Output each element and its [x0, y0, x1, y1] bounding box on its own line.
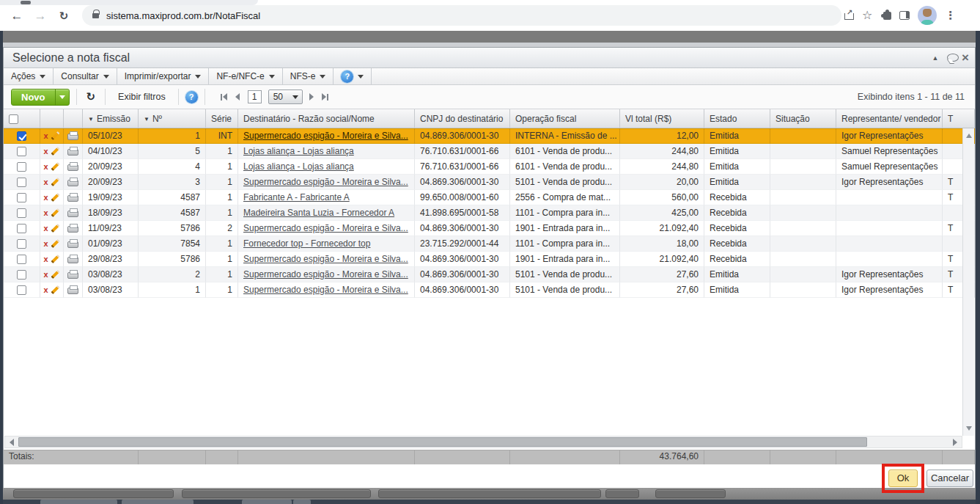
- edit-icon[interactable]: [51, 193, 59, 202]
- menu-help[interactable]: ?: [334, 68, 372, 84]
- column-header-vl_total[interactable]: Vl total (R$): [620, 109, 704, 128]
- row-checkbox[interactable]: [17, 239, 26, 249]
- edit-icon[interactable]: [51, 147, 59, 156]
- table-row[interactable]: x04/10/2351Lojas aliança - Lojas aliança…: [4, 144, 975, 159]
- row-checkbox[interactable]: [17, 131, 26, 141]
- select-all-checkbox[interactable]: [9, 114, 18, 124]
- delete-icon[interactable]: x: [43, 159, 50, 174]
- vertical-scrollbar[interactable]: [962, 128, 974, 436]
- destinatario-link[interactable]: Supermercado espigão - Moreira e Silva..…: [243, 254, 408, 264]
- scrollbar-thumb[interactable]: [18, 437, 867, 447]
- row-checkbox[interactable]: [17, 147, 26, 156]
- destinatario-link[interactable]: Supermercado espigão - Moreira e Silva..…: [243, 269, 408, 280]
- destinatario-link[interactable]: Supermercado espigão - Moreira e Silva..…: [243, 223, 408, 233]
- refresh-button[interactable]: ↻: [56, 8, 72, 24]
- share-icon[interactable]: [844, 11, 854, 20]
- scroll-left-icon[interactable]: [7, 438, 17, 447]
- delete-icon[interactable]: x: [43, 190, 50, 205]
- table-row[interactable]: x20/09/2331Supermercado espigão - Moreir…: [4, 175, 975, 190]
- delete-icon[interactable]: x: [43, 221, 50, 235]
- destinatario-link[interactable]: Lojas aliança - Lojas aliança: [243, 161, 354, 172]
- print-icon[interactable]: [67, 272, 78, 279]
- exibir-filtros-button[interactable]: Exibir filtros: [112, 92, 172, 102]
- delete-icon[interactable]: x: [43, 144, 50, 158]
- menu-item-4[interactable]: NFS-e: [283, 68, 334, 84]
- table-row[interactable]: x01/09/2378541Fornecedor top - Fornecedo…: [4, 236, 975, 252]
- menu-item-2[interactable]: Imprimir/exportar: [117, 68, 210, 84]
- delete-icon[interactable]: x: [43, 236, 50, 251]
- delete-icon[interactable]: x: [43, 205, 50, 220]
- comment-icon[interactable]: [947, 54, 959, 62]
- column-header-representante[interactable]: Representante/ vendedor: [836, 109, 943, 128]
- edit-icon[interactable]: [51, 208, 59, 217]
- destinatario-link[interactable]: Fabricante A - Fabricante A: [243, 192, 350, 202]
- column-header-serie[interactable]: Série: [206, 109, 238, 128]
- row-checkbox[interactable]: [17, 255, 26, 264]
- last-page-button[interactable]: [320, 93, 330, 101]
- close-icon[interactable]: ×: [962, 52, 969, 64]
- edit-icon[interactable]: [51, 255, 59, 263]
- collapse-icon[interactable]: ▲: [926, 54, 944, 62]
- destinatario-link[interactable]: Fornecedor top - Fornecedor top: [243, 238, 370, 249]
- column-header-t[interactable]: T: [943, 109, 975, 128]
- extensions-icon[interactable]: [883, 12, 891, 20]
- edit-icon[interactable]: [51, 224, 59, 233]
- menu-item-1[interactable]: Consultar: [54, 68, 117, 84]
- delete-icon[interactable]: x: [43, 175, 50, 189]
- table-row[interactable]: x03/08/2321Supermercado espigão - Moreir…: [4, 267, 975, 282]
- horizontal-scrollbar[interactable]: [4, 436, 962, 448]
- row-checkbox[interactable]: [17, 208, 26, 218]
- bookmark-star-icon[interactable]: ☆: [862, 10, 872, 21]
- browser-menu-icon[interactable]: ⋮: [945, 9, 956, 22]
- prev-page-button[interactable]: [234, 93, 241, 101]
- print-icon[interactable]: [67, 164, 78, 171]
- help-icon[interactable]: ?: [341, 70, 353, 83]
- column-header-estado[interactable]: Estado: [704, 109, 770, 128]
- table-row[interactable]: x18/09/2345871Madeireira Santa Luzia - F…: [4, 205, 975, 221]
- table-row[interactable]: x05/10/231INTSupermercado espigão - More…: [4, 128, 975, 144]
- print-icon[interactable]: [67, 211, 78, 217]
- table-row[interactable]: x19/09/2345871Fabricante A - Fabricante …: [4, 190, 975, 205]
- edit-icon[interactable]: [51, 178, 59, 186]
- edit-icon[interactable]: [51, 270, 59, 279]
- destinatario-link[interactable]: Lojas aliança - Lojas aliança: [243, 146, 354, 156]
- edit-icon[interactable]: [51, 285, 59, 294]
- scroll-right-icon[interactable]: [950, 438, 960, 447]
- back-button[interactable]: ←: [9, 8, 25, 24]
- edit-icon[interactable]: [51, 131, 59, 140]
- print-icon[interactable]: [67, 149, 78, 156]
- column-header-numero[interactable]: ▼Nº: [139, 109, 206, 128]
- column-header-operacao[interactable]: Operação fiscal: [510, 109, 620, 128]
- scroll-down-icon[interactable]: [963, 423, 974, 434]
- page-size-select[interactable]: 50: [268, 90, 303, 104]
- menu-item-3[interactable]: NF-e/NFC-e: [209, 68, 282, 84]
- novo-dropdown[interactable]: [55, 90, 69, 105]
- edit-icon[interactable]: [51, 239, 59, 248]
- print-icon[interactable]: [67, 288, 78, 294]
- destinatario-link[interactable]: Supermercado espigão - Moreira e Silva..…: [243, 177, 408, 187]
- row-checkbox[interactable]: [17, 162, 26, 172]
- row-checkbox[interactable]: [17, 224, 26, 233]
- row-checkbox[interactable]: [17, 178, 26, 187]
- column-header-situacao[interactable]: Situação: [770, 109, 836, 128]
- scroll-up-icon[interactable]: [963, 130, 974, 142]
- cancel-button[interactable]: Cancelar: [926, 470, 973, 487]
- delete-icon[interactable]: x: [43, 128, 50, 143]
- table-row[interactable]: x20/09/2341Lojas aliança - Lojas aliança…: [4, 159, 975, 175]
- destinatario-link[interactable]: Madeireira Santa Luzia - Fornecedor A: [243, 208, 394, 218]
- next-page-button[interactable]: [308, 93, 315, 101]
- delete-icon[interactable]: x: [43, 267, 50, 282]
- address-bar[interactable]: sistema.maxiprod.com.br/NotaFiscal: [82, 5, 841, 26]
- destinatario-link[interactable]: Supermercado espigão - Moreira e Silva..…: [243, 285, 408, 295]
- first-page-button[interactable]: [219, 93, 229, 101]
- page-number-input[interactable]: 1: [248, 90, 262, 103]
- delete-icon[interactable]: x: [43, 252, 50, 266]
- table-row[interactable]: x03/08/2311Supermercado espigão - Moreir…: [4, 282, 975, 298]
- row-checkbox[interactable]: [17, 193, 26, 202]
- destinatario-link[interactable]: Supermercado espigão - Moreira e Silva..…: [243, 131, 408, 141]
- table-row[interactable]: x11/09/2357862Supermercado espigão - Mor…: [4, 221, 975, 236]
- column-header-destinatario[interactable]: Destinatário - Razão social/Nome: [238, 109, 415, 128]
- menu-item-0[interactable]: Ações: [4, 68, 54, 84]
- print-icon[interactable]: [67, 195, 78, 202]
- help-icon[interactable]: ?: [185, 91, 198, 103]
